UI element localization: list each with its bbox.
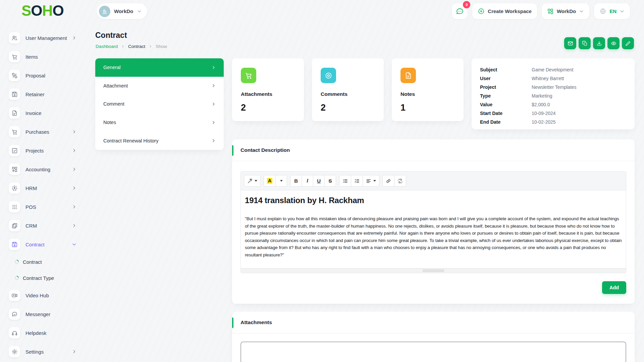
sidebar-item-items[interactable]: Items	[0, 47, 87, 66]
language-menu-button[interactable]: EN	[594, 3, 630, 19]
sidebar-item-purchases[interactable]: Purchases	[0, 122, 87, 141]
header-actions: 0 Create Workspace WorkDo EN	[452, 3, 630, 19]
edit-button[interactable]	[622, 37, 634, 49]
unlink-button[interactable]	[394, 175, 406, 187]
download-button[interactable]	[593, 37, 605, 49]
bold-button[interactable]: B	[290, 175, 302, 187]
grid-plus-icon	[9, 164, 20, 175]
accent-bar	[232, 145, 233, 156]
logo-letter: O	[31, 2, 42, 19]
detail-value-value: $2,000.0	[532, 102, 626, 107]
link-button[interactable]	[382, 175, 394, 187]
spinner-icon	[14, 275, 20, 281]
copy-icon	[582, 41, 588, 46]
video-icon	[9, 290, 20, 301]
stat-card-notes: Notes1	[392, 58, 464, 121]
cart-icon	[9, 126, 20, 137]
editor-resize-handle[interactable]	[423, 269, 444, 272]
file-dropzone[interactable]: Drop files here to upload	[240, 342, 626, 362]
workspace-switcher[interactable]: WorkDo	[97, 3, 147, 19]
rich-text-editor: ABIUS 1914 translation by H. Rackham "Bu…	[240, 171, 626, 273]
contact-description-title: Contact Description	[240, 147, 290, 153]
magic-button[interactable]	[244, 175, 261, 187]
grid-plus-icon	[547, 8, 554, 15]
sidebar-subitem-contract[interactable]: Contract	[0, 254, 87, 270]
apps-menu-button[interactable]: WorkDo	[542, 3, 589, 19]
tab-general[interactable]: General	[95, 58, 224, 77]
italic-button[interactable]: I	[302, 175, 313, 187]
chevron-down-icon	[620, 9, 625, 14]
sidebar-item-hrm[interactable]: HRM	[0, 179, 87, 197]
list-ul-icon	[342, 178, 348, 184]
editor-paragraph: "But I must explain to you how all this …	[245, 215, 622, 258]
align-icon	[366, 178, 376, 184]
contract-tabs-card: GeneralAttachmentCommentNotesContract Re…	[95, 58, 224, 150]
sidebar-subitem-contract-type[interactable]: Contract Type	[0, 270, 87, 286]
sidebar-item-crm[interactable]: CRM	[0, 216, 87, 235]
align-button[interactable]	[363, 175, 379, 187]
stat-eye-icon	[321, 68, 336, 83]
messenger-button[interactable]: 0	[452, 3, 468, 19]
mail-icon	[568, 41, 573, 46]
toolbar-group	[382, 175, 406, 187]
detail-value-project: Newsletter Templates	[532, 84, 626, 90]
sidebar-item-projects[interactable]: Projects	[0, 141, 87, 160]
sidebar-item-accounting[interactable]: Accounting	[0, 160, 87, 179]
magic-icon	[247, 178, 257, 184]
underline-button[interactable]: U	[313, 175, 325, 187]
list-ul-button[interactable]	[339, 175, 351, 187]
save-icon	[9, 239, 20, 250]
hrm-icon	[9, 182, 20, 194]
detail-grid: SubjectGame DevelopmentUserWhitney Barre…	[480, 65, 626, 126]
cart-icon	[9, 51, 20, 62]
chat-badge: 0	[463, 1, 470, 8]
font-color-caret-button[interactable]	[275, 175, 287, 187]
brand-logo[interactable]: SOHO	[21, 3, 64, 18]
list-ol-icon	[354, 178, 360, 184]
detail-label-subject: Subject	[480, 67, 532, 72]
editor-content[interactable]: 1914 translation by H. Rackham "But I mu…	[241, 190, 626, 268]
crm-icon	[9, 220, 20, 231]
detail-label-type: Type	[480, 93, 532, 99]
sidebar-item-messenger[interactable]: Messenger	[0, 305, 87, 323]
attachments-card: Attachments Drop files here to upload	[232, 312, 635, 362]
tab-attachment[interactable]: Attachment	[95, 77, 224, 95]
sidebar-item-invoice[interactable]: Invoice	[0, 104, 87, 122]
list-ol-button[interactable]	[351, 175, 363, 187]
sidebar-item-proposal[interactable]: Proposal	[0, 66, 87, 85]
sidebar-item-pos[interactable]: POS	[0, 197, 87, 216]
duplicate-button[interactable]	[579, 37, 591, 49]
chevron-right-icon	[121, 45, 125, 48]
tab-notes[interactable]: Notes	[95, 113, 224, 132]
mail-button[interactable]	[564, 37, 576, 49]
accent-bar	[232, 317, 233, 328]
detail-label-project: Project	[480, 84, 532, 90]
add-button[interactable]: Add	[602, 281, 626, 294]
sidebar-item-retainer[interactable]: Retainer	[0, 85, 87, 104]
sidebar-item-user-management[interactable]: User Management	[0, 28, 87, 47]
stat-label: Attachments	[241, 91, 295, 97]
sidebar-item-video-hub[interactable]: Video Hub	[0, 286, 87, 305]
create-workspace-button[interactable]: Create Workspace	[472, 3, 537, 19]
preview-button[interactable]	[607, 37, 620, 49]
toolbar-group: A	[264, 175, 287, 187]
sidebar-item-helpdesk[interactable]: Helpdesk	[0, 323, 87, 342]
caret-only-icon	[280, 180, 283, 182]
strikethrough-button[interactable]: S	[324, 175, 336, 187]
breadcrumb-dashboard[interactable]: Dashboard	[96, 44, 118, 49]
sidebar-item-settings[interactable]: Settings	[0, 342, 87, 361]
panel-header: Contact Description	[232, 139, 635, 161]
attachments-title: Attachments	[240, 319, 272, 325]
font-color-button[interactable]: A	[264, 175, 276, 187]
stat-value: 2	[321, 103, 326, 113]
chevron-right-icon	[72, 186, 76, 190]
font-color-icon: A	[267, 178, 272, 184]
sidebar-item-contract[interactable]: Contract	[0, 235, 87, 254]
message-icon	[9, 308, 20, 320]
plus-circle-icon	[478, 8, 485, 15]
tab-comment[interactable]: Comment	[95, 95, 224, 113]
breadcrumb: DashboardContractShow	[96, 44, 167, 49]
contract-details-card: SubjectGame DevelopmentUserWhitney Barre…	[472, 58, 635, 129]
page-actions	[564, 37, 634, 49]
tab-contract-renewal-history[interactable]: Contract Renewal History	[95, 131, 224, 150]
